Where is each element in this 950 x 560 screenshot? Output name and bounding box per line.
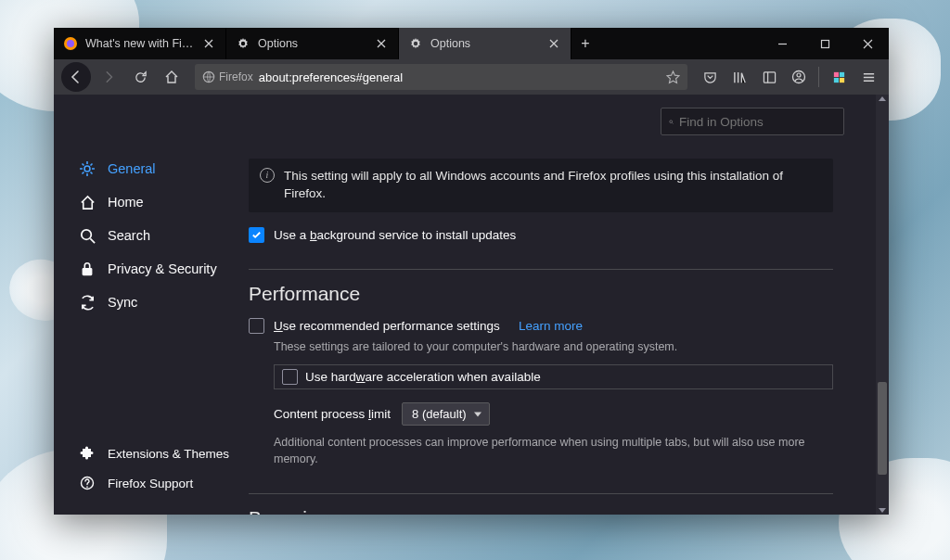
svg-rect-2 [821,40,828,47]
nav-toolbar: Firefox about:preferences#general [54,59,889,95]
url-text: about:preferences#general [259,70,403,84]
scroll-up-icon[interactable] [879,96,886,101]
divider [249,269,833,270]
scroll-thumb[interactable] [878,382,887,475]
sidebar-item-general[interactable]: General [78,152,249,185]
checkbox-unchecked-icon[interactable] [282,369,298,385]
sidebar-item-privacy[interactable]: Privacy & Security [78,252,249,286]
firefox-window: What's new with Firefox Options Options … [54,28,889,515]
checkbox-label: Use recommended performance settings [274,319,500,333]
tab-whats-new[interactable]: What's new with Firefox [54,28,226,59]
process-limit-description: Additional content processes can improve… [274,435,833,467]
svg-point-11 [84,166,90,172]
help-icon [78,474,96,492]
svg-rect-10 [839,77,843,82]
hardware-accel-checkbox-row[interactable]: Use hardware acceleration when available [274,364,833,389]
close-window-button[interactable] [846,28,889,59]
svg-rect-7 [833,71,838,76]
sidebar-item-label: General [108,161,156,176]
sidebar-item-label: Search [108,228,150,243]
tab-label: Options [430,37,539,50]
process-limit-select[interactable]: 8 (default) [402,402,490,426]
search-input[interactable] [679,115,836,129]
tab-options-1[interactable]: Options [226,28,399,59]
recommended-settings-checkbox-row[interactable]: Use recommended performance settings Lea… [249,318,833,334]
svg-point-15 [670,120,673,122]
library-icon[interactable] [726,70,752,84]
background-service-checkbox-row[interactable]: Use a background service to install upda… [249,227,833,243]
preferences-sidebar: General Home Search Privacy & Security S… [54,95,249,515]
tab-options-active[interactable]: Options [399,28,571,59]
gear-icon [78,159,96,178]
minimize-button[interactable] [761,28,803,59]
svg-rect-13 [83,268,93,275]
menu-icon[interactable] [855,70,881,84]
preferences-main: i This setting will apply to all Windows… [249,95,889,515]
home-icon [78,193,96,211]
search-icon [78,226,96,245]
find-in-options-search[interactable] [661,108,844,135]
info-text: This setting will apply to all Windows a… [284,168,822,203]
checkbox-label: Use a background service to install upda… [274,228,516,242]
content-area: General Home Search Privacy & Security S… [54,95,889,515]
gear-icon [408,36,423,51]
gear-icon [236,36,250,51]
identity-box[interactable]: Firefox [202,70,253,83]
checkbox-checked-icon[interactable] [249,227,264,243]
svg-point-1 [67,40,74,47]
sidebar-item-label: Privacy & Security [108,261,217,276]
new-tab-button[interactable]: + [571,28,599,59]
url-bar[interactable]: Firefox about:preferences#general [195,64,687,90]
learn-more-link[interactable]: Learn more [519,319,583,333]
scrollbar[interactable] [876,95,889,515]
tab-label: Options [258,37,366,50]
checkbox-unchecked-icon[interactable] [249,318,264,334]
tab-bar: What's new with Firefox Options Options … [54,28,889,59]
close-tab-icon[interactable] [546,36,561,51]
sidebar-item-search[interactable]: Search [78,219,249,252]
sidebar-item-label: Firefox Support [108,477,193,490]
process-limit-row: Content process limit 8 (default) [274,402,833,426]
info-notice: i This setting will apply to all Windows… [249,159,833,212]
svg-rect-8 [839,71,843,76]
forward-button[interactable] [95,63,122,91]
sidebar-item-support[interactable]: Firefox Support [78,468,249,498]
extension-icon[interactable] [826,70,852,84]
process-limit-label: Content process limit [274,407,391,421]
firefox-icon [63,36,78,51]
sidebar-item-label: Extensions & Themes [108,447,229,461]
sidebar-item-label: Home [108,195,144,210]
lock-icon [78,260,96,278]
info-icon: i [260,168,275,183]
sync-icon [78,293,96,312]
separator [818,67,819,87]
maximize-button[interactable] [803,28,846,59]
checkbox-label: Use hardware acceleration when available [305,370,541,384]
divider [249,493,833,494]
performance-heading: Performance [249,283,833,305]
recommended-settings-description: These settings are tailored to your comp… [274,339,833,356]
pocket-icon[interactable] [697,70,723,84]
home-button[interactable] [158,63,186,91]
back-button[interactable] [61,62,91,92]
search-icon [669,116,674,128]
close-tab-icon[interactable] [201,36,216,51]
sidebar-item-sync[interactable]: Sync [78,286,249,319]
reload-button[interactable] [126,63,154,91]
browsing-heading: Browsing [249,507,833,515]
svg-rect-9 [833,77,838,82]
sidebar-item-home[interactable]: Home [78,185,249,219]
svg-point-12 [81,229,90,238]
svg-rect-4 [764,71,775,82]
svg-point-6 [797,73,801,77]
sidebar-item-label: Sync [108,295,137,310]
sidebar-icon[interactable] [756,70,782,84]
sidebar-item-extensions[interactable]: Extensions & Themes [78,439,249,468]
puzzle-icon [78,444,96,463]
close-tab-icon[interactable] [374,36,389,51]
scroll-down-icon[interactable] [879,508,886,513]
account-icon[interactable] [786,70,812,84]
tab-label: What's new with Firefox [85,37,194,50]
bookmark-star-icon[interactable] [666,70,680,84]
